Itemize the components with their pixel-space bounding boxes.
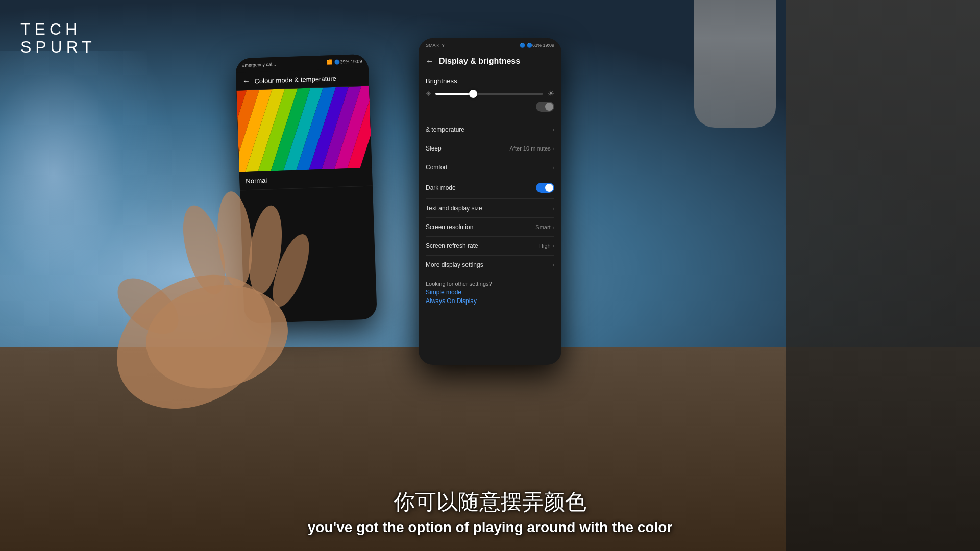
- dark-mode-label: Dark mode: [426, 184, 456, 191]
- sleep-right: After 10 minutes ›: [510, 145, 554, 152]
- left-status-right: 📶 🔵39% 19:09: [327, 59, 362, 65]
- text-display-row[interactable]: Text and display size ›: [426, 199, 554, 218]
- sleep-label: Sleep: [426, 145, 442, 152]
- comfort-right: ›: [553, 165, 554, 170]
- left-phone: Emergency cal... 📶 🔵39% 19:09 ← Colour m…: [235, 54, 377, 324]
- subtitle-english: you've got the option of playing around …: [0, 519, 980, 536]
- brightness-min-icon: ☀: [426, 90, 431, 97]
- auto-brightness-toggle[interactable]: [536, 102, 554, 112]
- brightness-max-icon: ☀: [547, 89, 554, 98]
- right-back-arrow[interactable]: ←: [426, 57, 434, 66]
- screen-res-row[interactable]: Screen resolution Smart ›: [426, 218, 554, 237]
- colour-temp-chevron: ›: [553, 127, 554, 133]
- screen-res-label: Screen resolution: [426, 223, 473, 231]
- comfort-row[interactable]: Comfort ›: [426, 158, 554, 177]
- right-status-right: 🔵 🔵63% 19:09: [520, 43, 554, 48]
- screen-refresh-row[interactable]: Screen refresh rate High ›: [426, 237, 554, 256]
- left-status-left: Emergency cal...: [241, 62, 276, 68]
- left-back-arrow[interactable]: ←: [242, 77, 251, 86]
- more-display-label: More display settings: [426, 261, 483, 268]
- more-display-row[interactable]: More display settings ›: [426, 256, 554, 274]
- looking-title: Looking for other settings?: [426, 281, 554, 287]
- more-display-right: ›: [553, 262, 554, 268]
- brightness-slider-row: ☀ ☀: [426, 89, 554, 98]
- text-display-right: ›: [553, 206, 554, 211]
- screen-refresh-value: High: [539, 243, 551, 249]
- sleep-value: After 10 minutes: [510, 145, 551, 152]
- auto-brightness-row: [426, 98, 554, 115]
- comfort-label: Comfort: [426, 164, 448, 171]
- looking-section: Looking for other settings? Simple mode …: [426, 274, 554, 311]
- sleep-row[interactable]: Sleep After 10 minutes ›: [426, 139, 554, 158]
- sleep-chevron: ›: [553, 146, 554, 152]
- logo: TECH SPURT: [20, 20, 96, 56]
- screen-refresh-right: High ›: [539, 243, 554, 249]
- comfort-chevron: ›: [553, 165, 554, 170]
- brightness-thumb: [469, 90, 477, 98]
- right-phone-header: ← Display & brightness: [419, 53, 561, 72]
- background-light: [0, 51, 179, 357]
- colour-temp-row[interactable]: & temperature ›: [426, 120, 554, 139]
- simple-mode-link[interactable]: Simple mode: [426, 289, 554, 296]
- screen-res-chevron: ›: [553, 224, 554, 230]
- subtitles: 你可以随意摆弄颜色 you've got the option of playi…: [0, 488, 980, 536]
- text-display-label: Text and display size: [426, 205, 482, 212]
- dark-mode-toggle[interactable]: [536, 183, 554, 193]
- colour-display: [236, 86, 372, 172]
- brightness-slider[interactable]: [435, 93, 543, 95]
- brightness-fill: [435, 93, 473, 95]
- subtitle-chinese: 你可以随意摆弄颜色: [0, 488, 980, 516]
- right-phone-status: SMARTY 🔵 🔵63% 19:09: [419, 38, 561, 53]
- left-phone-title: Colour mode & temperature: [254, 74, 336, 85]
- screen-refresh-chevron: ›: [553, 243, 554, 249]
- right-status-left: SMARTY: [426, 43, 445, 48]
- screen-res-value: Smart: [535, 224, 550, 230]
- colour-svg: [236, 86, 372, 172]
- colour-temp-right: ›: [553, 127, 554, 133]
- logo-line1: TECH: [20, 20, 96, 38]
- brightness-section: Brightness ☀ ☀: [426, 72, 554, 120]
- text-display-chevron: ›: [553, 206, 554, 211]
- background-tower: [786, 0, 980, 551]
- always-on-link[interactable]: Always On Display: [426, 297, 554, 305]
- screen-res-right: Smart ›: [535, 224, 554, 230]
- person-sleeve: [694, 0, 776, 128]
- right-phone-title: Display & brightness: [439, 57, 520, 66]
- dark-mode-row[interactable]: Dark mode: [426, 177, 554, 199]
- logo-line2: SPURT: [20, 38, 96, 56]
- colour-temp-label: & temperature: [426, 126, 464, 133]
- brightness-label: Brightness: [426, 77, 554, 85]
- screen-refresh-label: Screen refresh rate: [426, 242, 478, 249]
- more-display-chevron: ›: [553, 262, 554, 268]
- settings-content: Brightness ☀ ☀ & temperature › Sle: [419, 72, 561, 311]
- right-phone: SMARTY 🔵 🔵63% 19:09 ← Display & brightne…: [419, 38, 561, 365]
